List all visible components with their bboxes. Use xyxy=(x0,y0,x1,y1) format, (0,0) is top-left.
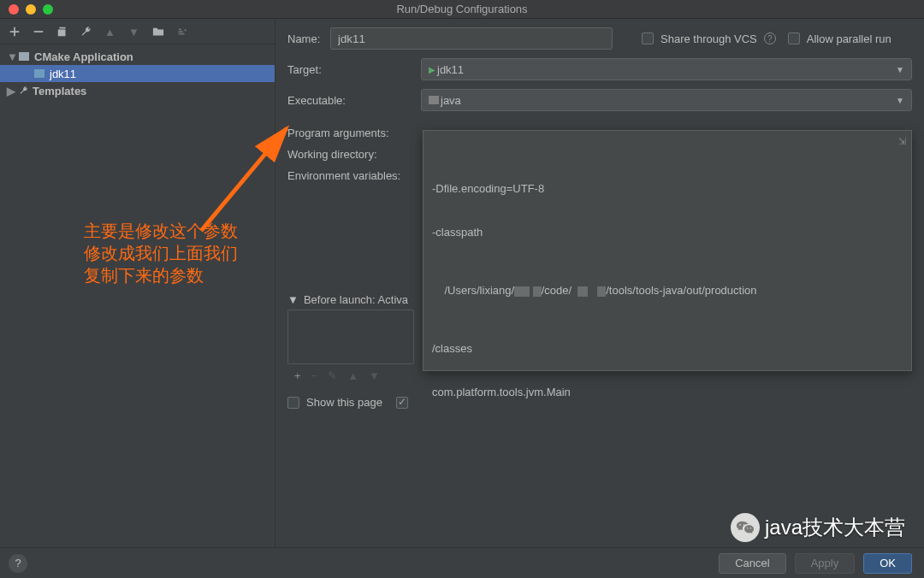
executable-value: java xyxy=(441,94,461,107)
expand-icon[interactable]: ▼ xyxy=(7,50,15,63)
config-tree: ▼ CMake Application jdk11 ▶ Templates xyxy=(0,44,275,547)
name-input[interactable] xyxy=(330,27,613,50)
annotation-text: 主要是修改这个参数 修改成我们上面我们 复制下来的参数 xyxy=(84,220,238,286)
sidebar-toolbar: ▲ ▼ xyxy=(0,19,275,44)
edit-icon[interactable]: ✎ xyxy=(328,369,337,382)
allow-parallel-checkbox[interactable] xyxy=(788,32,800,44)
collapse-icon[interactable]: ▼ xyxy=(287,293,299,306)
before-launch-label: Before launch: Activa xyxy=(304,293,408,306)
cancel-button[interactable]: Cancel xyxy=(719,553,785,574)
minimize-window-icon[interactable] xyxy=(26,4,36,15)
name-label: Name: xyxy=(287,32,330,45)
down-icon[interactable]: ▼ xyxy=(369,369,380,382)
executable-label: Executable: xyxy=(287,94,421,107)
before-launch-list[interactable] xyxy=(287,310,414,364)
chevron-down-icon: ▼ xyxy=(896,96,904,105)
arg-line: -Dfile.encoding=UTF-8 xyxy=(432,182,544,195)
dialog-buttons: ? Cancel Apply OK xyxy=(0,547,924,578)
tree-label: jdk11 xyxy=(50,68,76,80)
copy-icon[interactable] xyxy=(56,26,68,38)
chevron-down-icon: ▼ xyxy=(896,65,904,74)
maximize-window-icon[interactable] xyxy=(43,4,53,15)
tree-templates[interactable]: ▶ Templates xyxy=(0,82,275,99)
tree-label: CMake Application xyxy=(34,50,133,63)
help-icon[interactable]: ? xyxy=(764,32,776,44)
down-icon[interactable]: ▼ xyxy=(128,26,140,38)
arg-line: /tools/tools-java/out/production xyxy=(606,284,756,297)
redacted xyxy=(514,286,530,297)
close-window-icon[interactable] xyxy=(9,4,19,15)
watermark: java技术大本营 xyxy=(731,513,905,542)
arg-line: com.platform.tools.jvm.Main xyxy=(432,386,571,398)
remove-icon[interactable]: − xyxy=(311,369,318,382)
wrench-icon[interactable] xyxy=(80,26,92,38)
watermark-text: java技术大本营 xyxy=(765,514,905,541)
program-args-label: Program arguments: xyxy=(287,127,421,139)
target-value: jdk11 xyxy=(437,63,464,76)
share-vcs-checkbox[interactable] xyxy=(642,32,654,44)
program-arguments-editor[interactable]: ⇲ -Dfile.encoding=UTF-8 -classpath /User… xyxy=(423,130,912,371)
apply-button[interactable]: Apply xyxy=(795,553,856,574)
share-vcs-label: Share through VCS xyxy=(660,32,757,45)
cmake-icon xyxy=(19,52,29,61)
config-icon xyxy=(34,69,44,78)
tree-item-jdk11[interactable]: jdk11 xyxy=(0,65,275,82)
window-titlebar: Run/Debug Configurations xyxy=(0,0,924,19)
target-select[interactable]: ▶ jdk11 ▼ xyxy=(421,58,912,80)
remove-icon[interactable] xyxy=(33,26,44,38)
exe-icon xyxy=(429,96,439,104)
folder-icon[interactable] xyxy=(152,26,164,38)
redacted xyxy=(533,286,542,297)
target-label: Target: xyxy=(287,63,421,76)
help-button[interactable]: ? xyxy=(9,554,27,573)
env-vars-label: Environment variables: xyxy=(287,169,421,182)
up-icon[interactable]: ▲ xyxy=(104,26,116,38)
arg-line: /classes xyxy=(432,342,472,355)
allow-parallel-label: Allow parallel run xyxy=(807,32,891,45)
show-page-checkbox[interactable] xyxy=(287,397,299,409)
wechat-icon xyxy=(731,513,760,542)
executable-select[interactable]: java ▼ xyxy=(421,89,912,111)
redacted xyxy=(597,286,606,297)
working-dir-label: Working directory: xyxy=(287,148,421,161)
tree-cmake-app[interactable]: ▼ CMake Application xyxy=(0,48,275,65)
redacted xyxy=(578,286,588,297)
collapse-icon[interactable]: ▶ xyxy=(7,85,15,97)
play-icon: ▶ xyxy=(429,65,435,74)
arg-line: /code/ xyxy=(542,284,572,297)
ok-button[interactable]: OK xyxy=(863,553,912,574)
up-icon[interactable]: ▲ xyxy=(347,369,358,382)
arg-line: -classpath xyxy=(432,226,483,239)
add-icon[interactable] xyxy=(9,26,21,38)
window-title: Run/Debug Configurations xyxy=(396,3,527,15)
wrench-icon xyxy=(19,86,29,96)
activate-checkbox[interactable] xyxy=(396,397,408,409)
window-controls xyxy=(0,4,53,15)
show-page-label: Show this page xyxy=(306,396,382,409)
collapse-editor-icon[interactable]: ⇲ xyxy=(898,134,906,149)
arg-line: /Users/lixiang/ xyxy=(444,284,514,297)
sort-icon[interactable] xyxy=(176,26,188,38)
tree-label: Templates xyxy=(33,85,86,97)
add-icon[interactable]: + xyxy=(294,369,301,382)
